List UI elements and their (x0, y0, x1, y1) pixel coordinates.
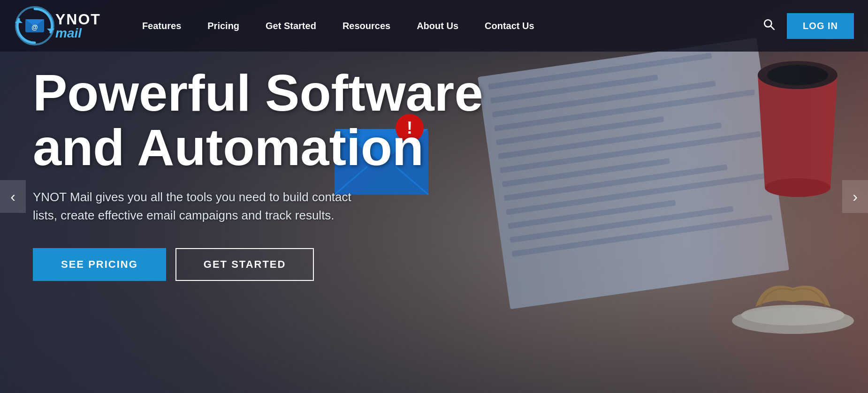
nav-item-pricing[interactable]: Pricing (194, 21, 252, 31)
logo-text: YNOT mail (55, 12, 101, 40)
logo-mail: mail (55, 27, 101, 40)
svg-line-19 (771, 26, 774, 30)
hero-content: Powerful Software and Automation YNOT Ma… (33, 66, 483, 281)
header-right: LOG IN (761, 13, 854, 39)
main-nav: Features Pricing Get Started Resources A… (129, 21, 761, 31)
search-button[interactable] (761, 16, 777, 36)
get-started-button[interactable]: GET STARTED (175, 248, 314, 281)
search-icon (763, 18, 775, 30)
hero-title: Powerful Software and Automation (33, 66, 483, 174)
nav-item-about-us[interactable]: About Us (404, 21, 472, 31)
svg-text:@: @ (31, 23, 38, 31)
nav-item-contact-us[interactable]: Contact Us (472, 21, 548, 31)
hero-cta-buttons: SEE PRICING GET STARTED (33, 248, 483, 281)
login-button[interactable]: LOG IN (787, 13, 854, 39)
hero-section: ! (0, 0, 868, 393)
logo-link[interactable]: @ YNOT mail (14, 5, 101, 46)
nav-item-resources[interactable]: Resources (329, 21, 404, 31)
logo-icon: @ (14, 5, 55, 46)
site-header: @ YNOT mail Features Pricing Get Started… (0, 0, 868, 52)
see-pricing-button[interactable]: SEE PRICING (33, 248, 166, 281)
carousel-prev-button[interactable]: ‹ (0, 180, 26, 213)
hero-subtitle: YNOT Mail gives you all the tools you ne… (33, 188, 361, 225)
carousel-next-button[interactable]: › (842, 180, 868, 213)
logo-ynot: YNOT (55, 12, 101, 27)
nav-item-get-started[interactable]: Get Started (252, 21, 329, 31)
nav-item-features[interactable]: Features (129, 21, 194, 31)
